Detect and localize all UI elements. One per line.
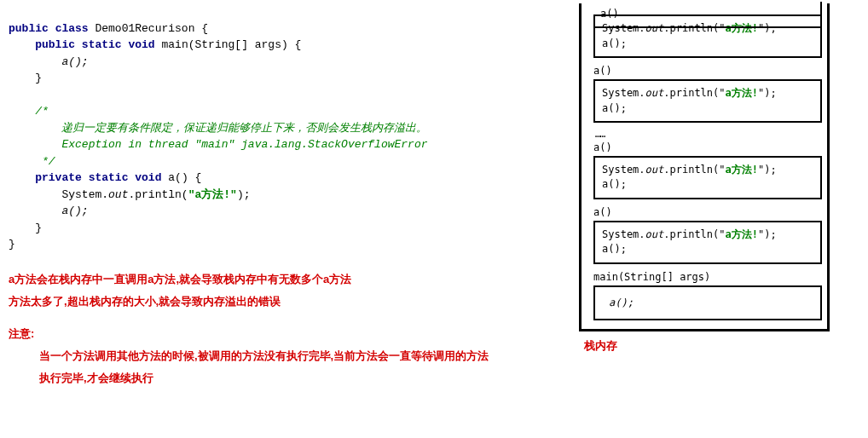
method-name: main bbox=[162, 38, 188, 51]
stack-container: a() System.out.println("a方法!"); a(); a()… bbox=[579, 3, 830, 331]
print: .println( bbox=[663, 228, 719, 240]
str: a方法! bbox=[726, 87, 758, 99]
note-heading: 注意: bbox=[9, 323, 576, 345]
end: ); bbox=[764, 87, 776, 99]
keyword: class bbox=[55, 22, 89, 35]
sys: System. bbox=[602, 164, 645, 176]
print: .println( bbox=[663, 87, 719, 99]
method-call: a(); bbox=[61, 55, 88, 68]
stack-frame-main: main(String[] args) a(); bbox=[593, 271, 822, 320]
source-code: public class Demo01Recurison { public st… bbox=[9, 3, 576, 253]
stack-frame: a() System.out.println("a方法!"); a(); bbox=[593, 65, 822, 123]
keyword: public bbox=[35, 38, 75, 51]
comment-line: 递归一定要有条件限定，保证递归能够停止下来，否则会发生栈内存溢出。 bbox=[61, 122, 427, 135]
signature: () { bbox=[175, 171, 201, 184]
method-call: a(); bbox=[61, 205, 88, 217]
keyword: void bbox=[135, 171, 161, 184]
notes-section: a方法会在栈内存中一直调用a方法,就会导致栈内存中有无数多个a方法 方法太多了,… bbox=[9, 268, 576, 389]
out: out bbox=[645, 164, 664, 176]
note-line: 执行完毕,才会继续执行 bbox=[39, 367, 576, 389]
frame-label: a() bbox=[593, 206, 822, 218]
end: ); bbox=[764, 164, 776, 176]
note-line: 方法太多了,超出栈内存的大小,就会导致内存溢出的错误 bbox=[9, 291, 576, 313]
call: a(); bbox=[602, 102, 627, 114]
comment-close: */ bbox=[35, 155, 55, 168]
out-ref: out bbox=[108, 188, 128, 201]
frame-label: main(String[] args) bbox=[593, 271, 822, 283]
stmt-end: ); bbox=[237, 188, 251, 201]
stack-frame: a() System.out.println("a方法!"); a(); bbox=[593, 141, 822, 199]
q: " bbox=[719, 228, 725, 240]
comment-open: /* bbox=[35, 105, 49, 118]
keyword: public bbox=[9, 22, 49, 35]
out: out bbox=[645, 228, 664, 240]
out: out bbox=[645, 87, 664, 99]
sys: System. bbox=[602, 228, 645, 240]
str: a方法! bbox=[726, 164, 758, 176]
stack-frame: a() System.out.println("a方法!"); a(); bbox=[593, 206, 822, 264]
call: a(); bbox=[602, 37, 627, 49]
string-quote: " bbox=[230, 188, 237, 201]
sys: System. bbox=[602, 87, 645, 99]
frame-label: a() bbox=[593, 65, 822, 77]
keyword: void bbox=[128, 38, 154, 51]
stack-caption: 栈内存 bbox=[584, 338, 854, 354]
print: .println( bbox=[663, 164, 719, 176]
end: ); bbox=[764, 228, 776, 240]
call-text: a() bbox=[600, 8, 619, 20]
stack-diagram: a() System.out.println("a方法!"); a(); a()… bbox=[579, 3, 854, 389]
brace: } bbox=[35, 72, 42, 84]
frame-body: a(); bbox=[593, 285, 822, 320]
signature: (String[] args) { bbox=[188, 38, 302, 51]
note-line: 当一个方法调用其他方法的时候,被调用的方法没有执行完毕,当前方法会一直等待调用的… bbox=[39, 345, 576, 367]
call: a(); bbox=[602, 243, 627, 255]
str: a方法! bbox=[726, 228, 758, 240]
keyword: static bbox=[89, 171, 129, 184]
keyword: static bbox=[82, 38, 122, 51]
code-panel: public class Demo01Recurison { public st… bbox=[9, 3, 576, 389]
brace: } bbox=[9, 238, 15, 251]
print-call: .println( bbox=[128, 188, 188, 201]
brace: } bbox=[35, 222, 42, 234]
frame-body: a() bbox=[593, 2, 822, 28]
class-name: Demo01Recurison bbox=[95, 22, 194, 35]
comment-line: Exception in thread "main" java.lang.Sta… bbox=[61, 138, 427, 151]
brace: { bbox=[194, 22, 208, 35]
frame-body: System.out.println("a方法!"); a(); bbox=[593, 156, 822, 199]
ellipsis: …… bbox=[595, 130, 822, 140]
keyword: private bbox=[35, 171, 82, 184]
note-line: a方法会在栈内存中一直调用a方法,就会导致栈内存中有无数多个a方法 bbox=[9, 268, 576, 291]
q: " bbox=[719, 164, 725, 176]
frame-label: a() bbox=[593, 141, 822, 153]
method-name: a bbox=[168, 171, 175, 184]
frame-body: System.out.println("a方法!"); a(); bbox=[593, 221, 822, 264]
q: " bbox=[719, 87, 725, 99]
string-content: a方法! bbox=[194, 188, 230, 201]
stack-frame-partial: a() bbox=[593, 2, 822, 28]
frame-body: System.out.println("a方法!"); a(); bbox=[593, 79, 822, 123]
system-ref: System. bbox=[61, 188, 108, 201]
call: a(); bbox=[602, 178, 627, 190]
call: a(); bbox=[609, 297, 634, 308]
